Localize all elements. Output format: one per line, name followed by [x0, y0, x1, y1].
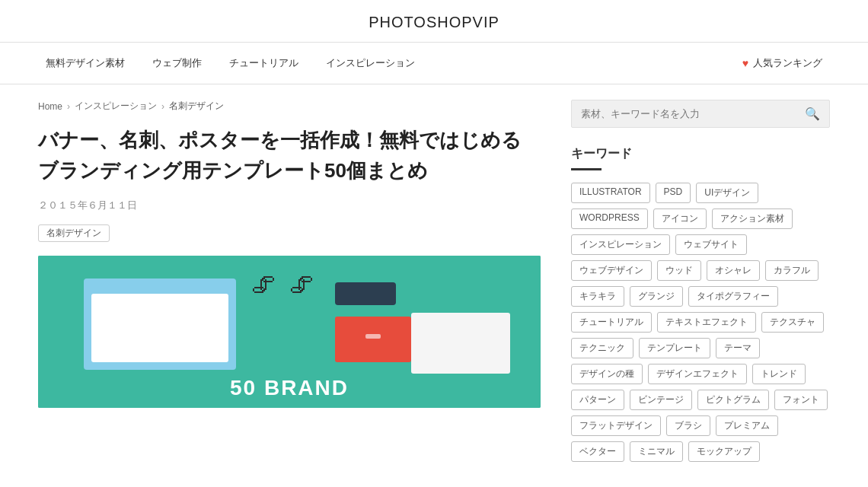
keyword-tag[interactable]: パターン [571, 390, 624, 410]
keyword-tag[interactable]: アクション素材 [712, 208, 793, 229]
usb-drive [335, 282, 396, 305]
site-logo[interactable]: PHOTOSHOPVIP [0, 14, 868, 31]
search-box[interactable]: 🔍 [571, 100, 830, 128]
keyword-tag[interactable]: オシャレ [707, 260, 760, 281]
article-image: 🖇 🖇 50 BRA [38, 256, 541, 408]
keyword-tag[interactable]: ベクター [571, 441, 624, 462]
article-content: Home › インスピレーション › 名刺デザイン バナー、名刺、ポスターを一括… [38, 100, 541, 462]
keyword-tag[interactable]: ビンテージ [630, 390, 692, 410]
keyword-tag[interactable]: テーマ [716, 338, 760, 358]
keyword-tag[interactable]: トレンド [752, 364, 806, 384]
card-red [335, 317, 411, 362]
keyword-tag[interactable]: ILLUSTRATOR [571, 183, 650, 203]
ranking-label: 人気ランキング [753, 56, 822, 70]
keyword-tag[interactable]: デザインエフェクト [648, 364, 747, 384]
sidebar: 🔍 キーワード ILLUSTRATORPSDUIデザインWORDPRESSアイコ… [571, 100, 830, 462]
keywords-title: キーワード [571, 146, 830, 162]
keyword-tag[interactable]: モックアップ [688, 441, 760, 462]
envelope-inner [91, 294, 228, 362]
keyword-tag[interactable]: ウッド [657, 260, 701, 281]
keyword-tag[interactable]: ウェブデザイン [571, 260, 652, 281]
keyword-tag[interactable]: プレミアム [716, 415, 778, 436]
clip-icon-2: 🖇 [289, 271, 314, 299]
keyword-tag[interactable]: インスピレーション [571, 234, 670, 255]
main-content: Home › インスピレーション › 名刺デザイン バナー、名刺、ポスターを一括… [15, 84, 853, 477]
site-header: PHOTOSHOPVIP [0, 0, 868, 43]
nav-item-free-design[interactable]: 無料デザイン素材 [46, 56, 125, 70]
card-white [411, 313, 510, 374]
article-tag[interactable]: 名刺デザイン [38, 224, 110, 242]
card-red-line [365, 334, 381, 339]
search-input[interactable] [581, 108, 805, 119]
keyword-tag[interactable]: フラットデザイン [571, 415, 661, 436]
search-icon[interactable]: 🔍 [805, 107, 820, 121]
illustration: 🖇 🖇 50 BRA [38, 256, 541, 408]
keyword-tag[interactable]: ウェブサイト [675, 234, 747, 255]
keyword-tag[interactable]: タイポグラフィー [688, 286, 778, 307]
keywords-section: キーワード ILLUSTRATORPSDUIデザインWORDPRESSアイコンア… [571, 146, 830, 462]
article-title: バナー、名刺、ポスターを一括作成！無料ではじめるブランディング用テンプレート50… [38, 125, 541, 186]
keyword-tag[interactable]: ピクトグラム [697, 390, 769, 410]
logo-text-part2: VIP [473, 14, 499, 30]
brand-text: 50 BRAND [230, 376, 349, 400]
breadcrumb: Home › インスピレーション › 名刺デザイン [38, 100, 541, 113]
keyword-tag[interactable]: テクニック [571, 338, 633, 358]
keyword-tag[interactable]: チュートリアル [571, 312, 652, 333]
breadcrumb-sep-2: › [161, 101, 164, 112]
main-nav: 無料デザイン素材 ウェブ制作 チュートリアル インスピレーション ♥ 人気ランキ… [0, 43, 868, 84]
keyword-tag[interactable]: UIデザイン [696, 183, 758, 203]
heart-icon: ♥ [742, 57, 748, 69]
nav-item-inspiration[interactable]: インスピレーション [326, 56, 415, 70]
keyword-tag[interactable]: ブラシ [666, 415, 710, 436]
keyword-tag[interactable]: フォント [774, 390, 828, 410]
article-date: ２０１５年６月１１日 [38, 199, 541, 212]
breadcrumb-home[interactable]: Home [38, 101, 62, 112]
keyword-tag[interactable]: アイコン [653, 208, 707, 229]
keyword-tag[interactable]: デザインの種 [571, 364, 643, 384]
breadcrumb-inspiration[interactable]: インスピレーション [75, 100, 157, 113]
keyword-tag[interactable]: ミニマル [630, 441, 683, 462]
logo-text-part1: PHOTOSHOP [369, 14, 472, 30]
nav-item-web[interactable]: ウェブ制作 [152, 56, 202, 70]
keywords-grid: ILLUSTRATORPSDUIデザインWORDPRESSアイコンアクション素材… [571, 183, 830, 462]
keyword-tag[interactable]: カラフル [765, 260, 819, 281]
keyword-tag[interactable]: グランジ [630, 286, 683, 307]
breadcrumb-current: 名刺デザイン [169, 100, 224, 113]
keyword-tag[interactable]: テキストエフェクト [657, 312, 756, 333]
breadcrumb-sep-1: › [67, 101, 70, 112]
keyword-tag[interactable]: WORDPRESS [571, 208, 648, 229]
keyword-tag[interactable]: テクスチャ [761, 312, 824, 333]
nav-ranking[interactable]: ♥ 人気ランキング [742, 56, 822, 70]
keyword-tag[interactable]: キラキラ [571, 286, 624, 307]
keyword-tag[interactable]: PSD [656, 183, 691, 203]
keywords-underline [571, 168, 602, 170]
nav-links: 無料デザイン素材 ウェブ制作 チュートリアル インスピレーション [46, 43, 415, 84]
clip-icon-1: 🖇 [251, 271, 276, 299]
nav-item-tutorial[interactable]: チュートリアル [229, 56, 298, 70]
keyword-tag[interactable]: テンプレート [639, 338, 710, 358]
